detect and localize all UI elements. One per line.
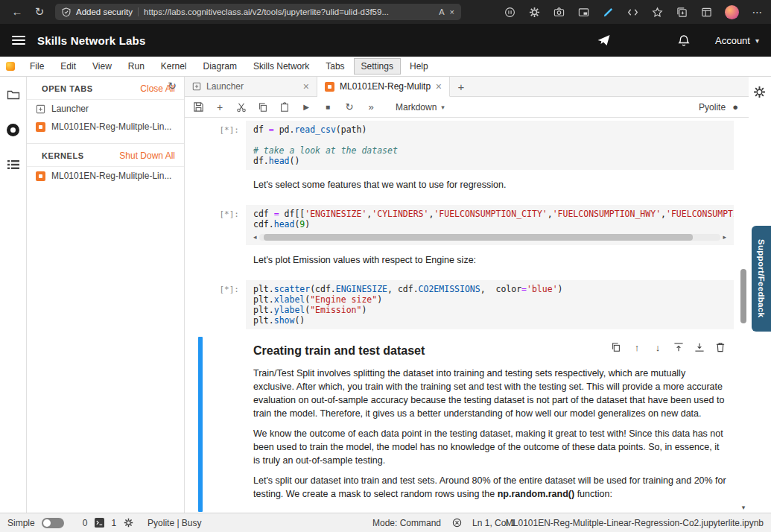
- tab-notebook[interactable]: ML0101EN-Reg-Mulitple-Lin ×: [317, 77, 450, 97]
- camera-icon[interactable]: [553, 6, 565, 19]
- kernels-title: KERNELS: [42, 151, 84, 160]
- refresh-icon[interactable]: ↻: [30, 0, 49, 24]
- notebook-menu-bar: File Edit View Run Kernel Diagram Skills…: [0, 57, 771, 77]
- close-tab-icon[interactable]: ×: [303, 80, 309, 92]
- kernels-section-header: KERNELS Shut Down All: [27, 143, 184, 167]
- code-extension-icon[interactable]: [626, 6, 639, 19]
- address-bar[interactable]: Added security https://labs.cognitivecla…: [55, 4, 461, 20]
- running-sessions-icon[interactable]: [6, 122, 21, 137]
- markdown-cell-selected[interactable]: ↑ ↓ Creating train and test dataset Trai…: [185, 337, 734, 512]
- scroll-left-icon[interactable]: ◂: [253, 234, 257, 241]
- collections-icon[interactable]: [676, 6, 688, 19]
- cell-toolbar: ↑ ↓: [610, 341, 726, 353]
- pen-extension-icon[interactable]: [602, 6, 615, 19]
- table-of-contents-icon[interactable]: [6, 157, 21, 172]
- move-cell-up-icon[interactable]: ↑: [631, 341, 643, 353]
- hamburger-menu-icon[interactable]: [12, 36, 25, 45]
- close-tab-icon[interactable]: ×: [436, 80, 442, 92]
- simple-mode-toggle[interactable]: [42, 518, 64, 528]
- menu-run[interactable]: Run: [121, 58, 152, 75]
- menu-view[interactable]: View: [85, 58, 119, 75]
- code-editor[interactable]: cdf = df[['ENGINESIZE','CYLINDERS','FUEL…: [246, 205, 734, 245]
- hscroll-track[interactable]: [259, 234, 721, 241]
- circle-x-icon[interactable]: [451, 518, 462, 528]
- save-icon[interactable]: [192, 101, 204, 113]
- menu-kernel[interactable]: Kernel: [153, 58, 194, 75]
- vertical-scrollbar[interactable]: ▾: [740, 120, 747, 511]
- vscroll-thumb[interactable]: [740, 269, 746, 324]
- send-icon[interactable]: [597, 34, 611, 46]
- account-menu[interactable]: Account ▾: [715, 35, 759, 46]
- duplicate-cell-icon[interactable]: [610, 341, 622, 353]
- insert-cell-above-icon[interactable]: [673, 341, 685, 353]
- new-tab-button[interactable]: +: [450, 77, 472, 96]
- back-icon[interactable]: ←: [7, 0, 27, 24]
- markdown-cell-2[interactable]: Let's plot Emission values with respect …: [185, 253, 734, 268]
- insert-cell-icon[interactable]: +: [214, 101, 226, 113]
- paste-cells-icon[interactable]: [279, 101, 291, 113]
- markdown-paragraph: Let's split our dataset into train and t…: [253, 474, 726, 501]
- favorites-star-icon[interactable]: [651, 6, 664, 19]
- restart-kernel-icon[interactable]: ↻: [343, 101, 355, 113]
- open-tab-item-launcher[interactable]: Launcher: [27, 100, 184, 118]
- code-cell-3[interactable]: [*]: plt.scatter(cdf.ENGINESIZE, cdf.CO2…: [185, 280, 734, 329]
- settings-gear-icon[interactable]: [753, 86, 766, 101]
- cell-type-dropdown[interactable]: Markdown ▾: [396, 102, 445, 113]
- menu-file[interactable]: File: [22, 58, 51, 75]
- markdown-cell-1[interactable]: Let's select some features that we want …: [185, 177, 734, 193]
- vertical-tabs-icon[interactable]: [700, 6, 713, 19]
- cell-prompt: [185, 177, 246, 182]
- kernel-item-notebook[interactable]: ML0101EN-Reg-Mulitple-Lin...: [27, 167, 184, 185]
- kernel-status-text[interactable]: Pyolite | Busy: [147, 518, 201, 528]
- open-tab-label: Launcher: [51, 104, 89, 114]
- activity-bar: [0, 77, 27, 513]
- stop-loading-icon[interactable]: ×: [450, 7, 454, 16]
- more-options-icon[interactable]: ⋯: [751, 6, 764, 19]
- tab-launcher[interactable]: Launcher ×: [185, 77, 317, 96]
- support-feedback-tab[interactable]: Support/Feedback: [752, 226, 771, 332]
- profile-avatar[interactable]: [725, 5, 739, 19]
- shut-down-all-button[interactable]: Shut Down All: [119, 151, 175, 161]
- menu-help[interactable]: Help: [402, 58, 436, 75]
- run-cell-icon[interactable]: ▶: [300, 101, 312, 113]
- menu-skills-network[interactable]: Skills Network: [246, 58, 317, 75]
- kernel-name[interactable]: Pyolite: [699, 102, 726, 113]
- insert-cell-below-icon[interactable]: [694, 341, 705, 353]
- menu-edit[interactable]: Edit: [53, 58, 83, 75]
- media-pause-icon[interactable]: [504, 6, 516, 19]
- terminal-icon[interactable]: [94, 518, 104, 528]
- cell-prompt: [*]:: [185, 121, 246, 135]
- interrupt-kernel-icon[interactable]: ■: [322, 101, 334, 113]
- cut-cells-icon[interactable]: [235, 101, 247, 113]
- notebook-toolbar: + ▶ ■ ↻ » Markdown ▾ Pyolite ●: [185, 97, 749, 118]
- code-cell-2[interactable]: [*]: cdf = df[['ENGINESIZE','CYLINDERS',…: [185, 205, 734, 245]
- delete-cell-icon[interactable]: [714, 341, 726, 353]
- move-cell-down-icon[interactable]: ↓: [652, 341, 664, 353]
- hscroll-thumb[interactable]: [264, 234, 694, 241]
- gear-icon[interactable]: [528, 6, 541, 19]
- bell-icon[interactable]: [678, 34, 690, 47]
- pill-divider: [138, 7, 139, 16]
- scroll-down-icon[interactable]: ▾: [740, 504, 747, 511]
- horizontal-scrollbar[interactable]: ◂ ▸: [253, 232, 726, 241]
- picture-in-picture-icon[interactable]: [577, 6, 590, 19]
- run-all-icon[interactable]: »: [365, 101, 377, 113]
- security-badge: Added security: [76, 7, 133, 16]
- menu-diagram[interactable]: Diagram: [196, 58, 244, 75]
- chevron-down-icon: ▾: [441, 104, 445, 111]
- code-editor[interactable]: df = pd.read_csv(path) # take a look at …: [246, 121, 734, 170]
- menu-settings[interactable]: Settings: [354, 58, 401, 75]
- gear-icon[interactable]: [123, 518, 133, 528]
- file-browser-icon[interactable]: [6, 87, 21, 102]
- refresh-sessions-icon[interactable]: ↻: [168, 80, 177, 92]
- code-editor[interactable]: plt.scatter(cdf.ENGINESIZE, cdf.CO2EMISS…: [246, 280, 734, 329]
- read-aloud-icon[interactable]: A: [439, 7, 444, 16]
- menu-tabs[interactable]: Tabs: [318, 58, 352, 75]
- open-tab-item-notebook[interactable]: ML0101EN-Reg-Mulitple-Lin...: [27, 118, 184, 136]
- browser-chrome: ← ↻ Added security https://labs.cognitiv…: [0, 0, 771, 24]
- code-cell-1[interactable]: [*]: df = pd.read_csv(path) # take a loo…: [185, 121, 734, 170]
- copy-cells-icon[interactable]: [257, 101, 269, 113]
- account-label: Account: [715, 35, 750, 46]
- url-text[interactable]: https://labs.cognitiveclass.ai/v2/tools/…: [144, 7, 434, 16]
- scroll-right-icon[interactable]: ▸: [723, 234, 726, 241]
